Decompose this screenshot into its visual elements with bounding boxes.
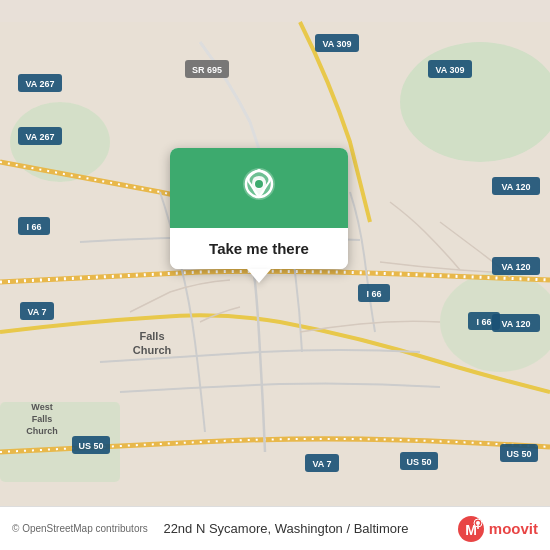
svg-text:VA 267: VA 267	[25, 79, 54, 89]
bottom-bar-left: © OpenStreetMap contributors 22nd N Syca…	[12, 521, 409, 536]
svg-text:VA 267: VA 267	[25, 132, 54, 142]
location-pin-icon	[239, 166, 279, 214]
svg-text:VA 7: VA 7	[27, 307, 46, 317]
svg-text:Church: Church	[133, 344, 172, 356]
take-me-there-button[interactable]: Take me there	[170, 228, 348, 269]
svg-point-45	[255, 180, 263, 188]
popup-arrow	[247, 269, 271, 283]
svg-text:SR 695: SR 695	[192, 65, 222, 75]
svg-text:I 66: I 66	[476, 317, 491, 327]
moovit-logo-icon: M	[457, 515, 485, 543]
svg-text:I 66: I 66	[26, 222, 41, 232]
popup-box: Take me there	[170, 148, 348, 269]
svg-text:US 50: US 50	[78, 441, 103, 451]
svg-text:VA 7: VA 7	[312, 459, 331, 469]
bottom-bar: © OpenStreetMap contributors 22nd N Syca…	[0, 506, 550, 550]
svg-point-49	[476, 521, 480, 525]
svg-text:VA 120: VA 120	[501, 262, 530, 272]
svg-text:VA 309: VA 309	[435, 65, 464, 75]
svg-text:US 50: US 50	[406, 457, 431, 467]
moovit-brand-text: moovit	[489, 520, 538, 537]
svg-text:Falls: Falls	[32, 414, 53, 424]
map-container: VA 267 VA 309 VA 267 SR 695 VA 309 I 66 …	[0, 0, 550, 550]
svg-text:VA 120: VA 120	[501, 319, 530, 329]
svg-text:VA 120: VA 120	[501, 182, 530, 192]
address-text: 22nd N Sycamore, Washington / Baltimore	[163, 521, 408, 536]
svg-text:VA 309: VA 309	[322, 39, 351, 49]
popup-header	[170, 148, 348, 228]
svg-text:US 50: US 50	[506, 449, 531, 459]
svg-text:West: West	[31, 402, 52, 412]
svg-text:Church: Church	[26, 426, 58, 436]
moovit-logo: M moovit	[457, 515, 538, 543]
svg-text:Falls: Falls	[139, 330, 164, 342]
svg-text:I 66: I 66	[366, 289, 381, 299]
location-popup: Take me there	[170, 148, 348, 283]
copyright-text: © OpenStreetMap contributors	[12, 523, 148, 534]
